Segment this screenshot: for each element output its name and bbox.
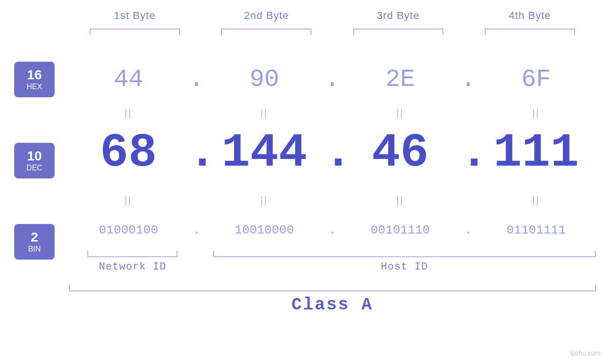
- top-bracket-2: [201, 28, 333, 35]
- hex-badge: 16 HEX: [14, 62, 55, 97]
- byte-header-3: 3rd Byte: [332, 9, 464, 22]
- bin-val-1: 01000100: [99, 223, 158, 237]
- bin-badge: 2 BIN: [14, 224, 55, 260]
- bracket-top-line-1: [90, 28, 180, 35]
- class-label-wrapper: Class A: [69, 295, 596, 315]
- class-bracket-wrapper: [69, 285, 596, 291]
- network-id-label: Network ID: [69, 261, 197, 273]
- eq-2-c4: ||: [532, 195, 540, 206]
- id-labels: Network ID Host ID: [69, 261, 596, 273]
- top-bracket-1: [69, 28, 201, 35]
- dec-badge-num: 10: [27, 149, 42, 163]
- byte-header-4: 4th Byte: [464, 9, 596, 22]
- class-bracket: [69, 285, 596, 291]
- bracket-top-line-4: [485, 28, 575, 35]
- eq-1-c3: ||: [396, 108, 404, 119]
- class-label: Class A: [291, 295, 373, 315]
- eq-row-1: || || || ||: [69, 103, 596, 122]
- bin-val-2: 10010000: [235, 223, 294, 237]
- host-bracket: [213, 251, 596, 257]
- eq-1-c4: ||: [532, 108, 540, 119]
- bracket-top-line-3: [353, 28, 443, 35]
- hex-row: 44 . 90 . 2E . 6F: [69, 62, 596, 97]
- hex-dot-1: .: [188, 65, 205, 93]
- dec-badge: 10 DEC: [14, 143, 55, 178]
- dec-dot-2: .: [324, 130, 341, 177]
- eq-2-c1: ||: [124, 195, 132, 206]
- page: 1st Byte 2nd Byte 3rd Byte 4th Byte 16 H…: [0, 0, 610, 364]
- dec-val-1: 68: [100, 130, 157, 177]
- bin-row: 01000100 . 10010000 . 00101110 . 0110111…: [69, 215, 596, 245]
- hex-val-2: 90: [250, 65, 279, 93]
- eq-2-c3: ||: [396, 195, 404, 206]
- host-id-label: Host ID: [213, 261, 596, 273]
- bracket-top-line-2: [221, 28, 311, 35]
- top-bracket-3: [332, 28, 464, 35]
- byte-headers: 1st Byte 2nd Byte 3rd Byte 4th Byte: [69, 9, 596, 22]
- dec-dot-3: .: [460, 130, 477, 177]
- hex-dot-3: .: [460, 65, 477, 93]
- dec-badge-label: DEC: [27, 164, 43, 172]
- bin-badge-label: BIN: [28, 245, 41, 253]
- bin-dot-3: .: [460, 223, 477, 237]
- dec-val-4: 111: [493, 130, 579, 177]
- top-brackets: [69, 28, 596, 35]
- host-bracket-container: [213, 251, 596, 257]
- base-badges: 16 HEX 10 DEC 2 BIN: [14, 62, 55, 260]
- hex-val-1: 44: [113, 65, 143, 93]
- dec-val-3: 46: [372, 130, 429, 177]
- dec-row: 68 . 144 . 46 . 111: [69, 122, 596, 184]
- top-bracket-4: [464, 28, 596, 35]
- eq-2-c2: ||: [261, 195, 268, 206]
- id-brackets: [69, 251, 596, 257]
- bin-badge-num: 2: [31, 231, 38, 244]
- dec-val-2: 144: [222, 130, 307, 177]
- eq-1-c1: ||: [124, 108, 132, 119]
- hex-badge-num: 16: [27, 68, 42, 82]
- hex-val-3: 2E: [385, 65, 415, 93]
- bin-dot-2: .: [324, 223, 341, 237]
- hex-dot-2: .: [324, 65, 341, 93]
- watermark: ipshu.com: [570, 349, 601, 357]
- hex-badge-label: HEX: [27, 83, 42, 91]
- dec-dot-1: .: [188, 130, 205, 177]
- eq-row-2: || || || ||: [69, 190, 596, 211]
- byte-header-1: 1st Byte: [69, 9, 201, 22]
- net-bracket: [87, 251, 178, 257]
- bin-dot-1: .: [188, 223, 205, 237]
- hex-val-4: 6F: [521, 65, 551, 93]
- bin-val-4: 01101111: [507, 223, 566, 237]
- bin-val-3: 00101110: [371, 223, 430, 237]
- eq-1-c2: ||: [261, 108, 268, 119]
- byte-header-2: 2nd Byte: [201, 9, 333, 22]
- net-bracket-container: [69, 251, 197, 257]
